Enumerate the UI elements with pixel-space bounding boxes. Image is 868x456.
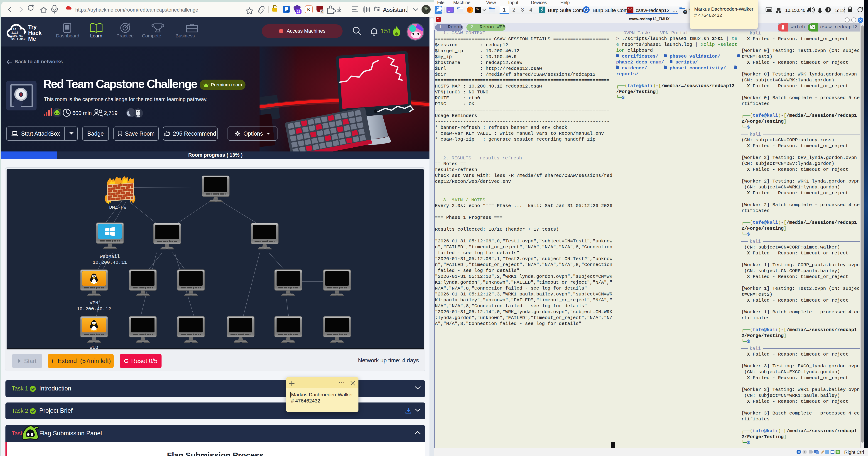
svg-text:1110: 1110 (11, 31, 19, 34)
svg-text:Try: Try (28, 24, 37, 30)
svg-text:9: 9 (321, 10, 323, 14)
svg-text:WEB: WEB (90, 345, 98, 350)
svg-text:151: 151 (380, 27, 392, 35)
svg-text:4: 4 (529, 7, 532, 13)
svg-text:VPN: VPN (90, 300, 98, 306)
svg-text:10 10: 10 10 (13, 28, 22, 31)
svg-text:2: 2 (513, 7, 516, 13)
svg-text:Hack: Hack (28, 30, 42, 36)
svg-text:01 1,010: 01 1,010 (11, 37, 26, 41)
svg-text:25: 25 (297, 9, 301, 13)
svg-text:1: 1 (503, 7, 506, 13)
svg-text:3: 3 (521, 7, 524, 13)
svg-text:10.200.40.12: 10.200.40.12 (77, 306, 111, 312)
svg-text:WebMail: WebMail (100, 254, 120, 259)
svg-text:DMZ-FW: DMZ-FW (109, 205, 126, 210)
svg-text:Assistant: Assistant (383, 6, 407, 13)
svg-text:10.200.40.11: 10.200.40.11 (93, 260, 127, 265)
svg-text:0101 01: 0101 01 (10, 34, 23, 38)
svg-text:Me: Me (28, 36, 36, 42)
svg-text:$-: $- (476, 8, 479, 11)
svg-text:K: K (307, 7, 311, 12)
